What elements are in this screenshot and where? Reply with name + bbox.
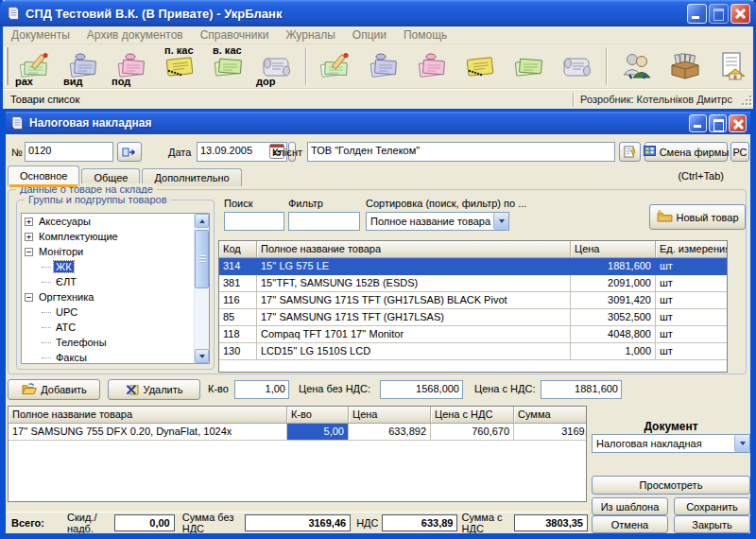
table-cell[interactable]: 314 [219, 258, 257, 275]
tree-item[interactable]: UPC [22, 304, 194, 320]
pc-button[interactable]: РС [730, 142, 749, 162]
column-header[interactable]: Цена [571, 241, 656, 258]
toolbar-button-arch-vkas[interactable] [505, 44, 553, 88]
table-cell[interactable]: 3052,500 [571, 309, 656, 326]
tree-item-label[interactable]: ЖК [54, 261, 74, 272]
table-cell[interactable]: шт [656, 292, 728, 309]
vat-field[interactable]: 633,89 [382, 514, 457, 531]
tree-item[interactable]: ЄЛТ [22, 274, 194, 289]
column-header[interactable]: Полное название товара [9, 407, 287, 424]
number-field[interactable]: 0120 [25, 142, 113, 162]
price-field[interactable]: 1568,000 [380, 380, 463, 399]
sum-vat-field[interactable]: 3803,35 [514, 514, 588, 531]
tree-item[interactable]: АТС [22, 320, 194, 335]
table-cell[interactable]: 17'' SAMSUNG 755 DFX 0.20, DynaFlat, 102… [9, 424, 287, 441]
table-cell[interactable]: шт [656, 343, 728, 360]
client-form-button[interactable] [619, 142, 641, 162]
new-product-button[interactable]: Новый товар [649, 204, 746, 230]
tree-item[interactable]: +Аксесуары [22, 214, 194, 229]
doc-close-button[interactable] [729, 114, 747, 132]
scroll-up-icon[interactable] [195, 214, 209, 228]
price-vat-field[interactable]: 1881,600 [541, 380, 622, 399]
tree-item-label[interactable]: ЄЛТ [54, 276, 78, 287]
menu-item[interactable]: Справочники [192, 26, 278, 43]
tree-expand-icon[interactable]: + [25, 233, 33, 241]
menu-item[interactable]: Журналы [277, 26, 343, 43]
table-cell[interactable]: 118 [219, 326, 257, 343]
tree-expand-icon[interactable]: + [25, 217, 33, 226]
column-header[interactable]: Сумма [514, 407, 587, 424]
table-cell[interactable]: 2091,000 [571, 275, 656, 292]
toolbar-button-arch-pkas[interactable] [456, 44, 505, 88]
table-cell[interactable]: 130 [219, 343, 257, 360]
tree-item-label[interactable]: Аксесуары [37, 216, 93, 227]
tree-expand-icon[interactable]: − [25, 248, 33, 256]
column-header[interactable]: К-во [287, 407, 349, 424]
tree-expand-icon[interactable]: − [25, 293, 33, 302]
tree-item[interactable]: ЖК [22, 259, 194, 274]
table-cell[interactable]: 15'' LG 575 LE [257, 258, 571, 275]
tree-item[interactable]: +Комплектующие [22, 229, 194, 244]
scroll-down-icon[interactable] [195, 349, 209, 363]
from-template-button[interactable]: Из шаблона [592, 497, 668, 515]
table-cell[interactable]: 116 [219, 292, 257, 309]
toolbar-button-rah[interactable]: рах [11, 44, 60, 88]
table-row[interactable]: 31415'' LG 575 LE1881,600шт [219, 258, 727, 275]
column-header[interactable]: Ед. измерения [656, 241, 728, 258]
table-row[interactable]: 17'' SAMSUNG 755 DFX 0.20, DynaFlat, 102… [9, 424, 586, 441]
toolbar-grip[interactable] [5, 47, 9, 85]
maximize-button[interactable] [709, 4, 729, 24]
table-cell[interactable]: LCD15'' LG 1510S LCD [257, 343, 571, 360]
table-cell[interactable]: 633,892 [349, 424, 431, 441]
table-cell[interactable]: 3169,46 [514, 424, 587, 441]
table-cell[interactable]: шт [656, 275, 728, 292]
tree-item-label[interactable]: Оргтехника [37, 291, 95, 303]
table-cell[interactable]: 4048,800 [571, 326, 656, 343]
change-firm-button[interactable]: Смена фирмы [644, 142, 728, 162]
toolbar-button-vid[interactable]: вид [60, 44, 108, 88]
tree-item-label[interactable]: Монітори [37, 246, 85, 257]
table-cell[interactable]: 1881,600 [571, 258, 656, 275]
tab-dopolnitelno[interactable]: Дополнительно [142, 168, 241, 186]
doc-minimize-button[interactable] [689, 114, 707, 132]
table-cell[interactable]: 17'' SAMSUNG 171S TFT (GH17LSAB) BLACK P… [257, 292, 571, 309]
minimize-button[interactable] [687, 4, 707, 24]
tree-item[interactable]: Телефоны [22, 335, 194, 350]
tab-osnovnoe[interactable]: Основное [8, 165, 79, 186]
table-cell[interactable]: 15''TFT, SAMSUNG 152B (ESDS) [257, 275, 571, 292]
menu-item[interactable]: Документы [3, 26, 78, 43]
toolbar-button-clients[interactable] [612, 44, 661, 88]
table-cell[interactable]: Compaq TFT 1701 17'' Monitor [257, 326, 571, 343]
table-cell[interactable]: 5,00 [287, 424, 349, 441]
table-row[interactable]: 130LCD15'' LG 1510S LCD1,000шт [219, 343, 727, 360]
chevron-down-icon[interactable] [493, 213, 508, 230]
table-row[interactable]: 11617'' SAMSUNG 171S TFT (GH17LSAB) BLAC… [219, 292, 727, 309]
tree-item[interactable]: −Монітори [22, 244, 194, 259]
table-cell[interactable]: шт [656, 326, 728, 343]
quantity-field[interactable]: 1,00 [234, 380, 289, 399]
sort-combobox[interactable]: Полное название товара [366, 212, 509, 231]
discount-field[interactable]: 0,00 [114, 514, 175, 531]
table-row[interactable]: 118Compaq TFT 1701 17'' Monitor4048,800ш… [219, 326, 727, 343]
table-cell[interactable]: 1,000 [571, 343, 656, 360]
toolbar-button-vkas[interactable]: в. кас [204, 44, 252, 88]
cancel-button[interactable]: Отмена [592, 515, 668, 533]
sum-field[interactable]: 3169,46 [245, 514, 351, 531]
toolbar-button-arch-dor[interactable] [553, 44, 601, 88]
tree-item[interactable]: −Оргтехника [22, 289, 194, 304]
tree-item-label[interactable]: Комплектующие [37, 231, 120, 242]
close-button[interactable] [730, 4, 750, 24]
tree-item[interactable]: Факсы [22, 350, 194, 363]
column-header[interactable]: Код [219, 241, 257, 258]
doc-maximize-button[interactable] [709, 114, 727, 132]
table-cell[interactable]: 17'' SAMSUNG 171S TFT (GH17LSAS) [257, 309, 571, 326]
column-header[interactable]: Цена с НДС [431, 407, 514, 424]
scroll-thumb[interactable] [195, 230, 209, 288]
close-document-button[interactable]: Закрыть [674, 515, 750, 533]
toolbar-button-pkas[interactable]: п. кас [156, 44, 204, 88]
toolbar-button-arch-pod[interactable] [408, 44, 456, 88]
tree-item-label[interactable]: Телефоны [54, 337, 109, 348]
tree-scrollbar[interactable] [194, 214, 209, 363]
toolbar-button-documents[interactable] [709, 44, 756, 88]
tree-item-label[interactable]: Факсы [54, 352, 89, 363]
